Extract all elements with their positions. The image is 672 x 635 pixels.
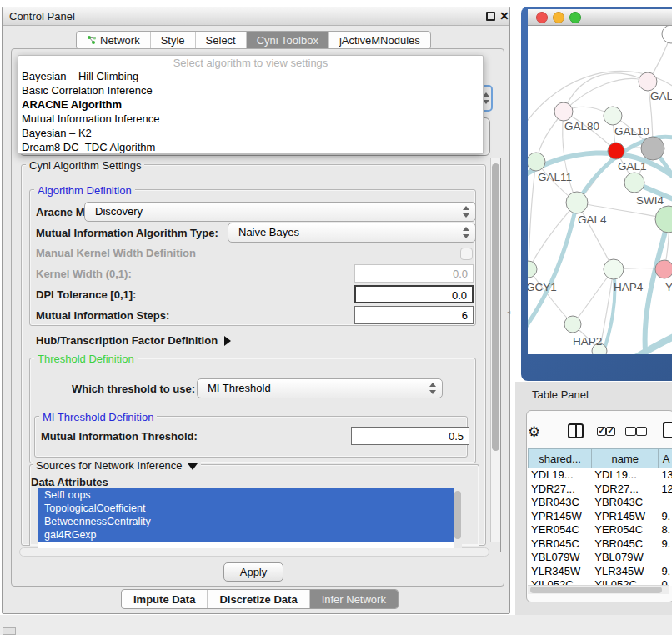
- combo-arrows-icon: [429, 382, 436, 394]
- manual-kernel-label: Manual Kernel Width Definition: [36, 247, 196, 259]
- algorithm-option[interactable]: Dream8 DC_TDC Algorithm: [18, 140, 483, 154]
- tab-select[interactable]: Select: [196, 32, 247, 49]
- kernel-width-label: Kernel Width (0,1):: [36, 268, 132, 280]
- node-swi4[interactable]: [624, 172, 644, 192]
- algorithm-option[interactable]: Mutual Information Inference: [18, 112, 483, 126]
- node-attribute-table: shared... name A: [528, 448, 672, 468]
- table-row[interactable]: YBL079WYBL079W: [528, 551, 672, 565]
- attribute-item[interactable]: BetweennessCentrality: [38, 515, 462, 528]
- dpi-tolerance-field[interactable]: 0.0: [354, 285, 474, 303]
- desktop-background: [0, 615, 672, 635]
- apply-button[interactable]: Apply: [223, 562, 283, 582]
- table-row[interactable]: YER054CYER054C8.: [528, 523, 672, 538]
- node[interactable]: [662, 26, 672, 43]
- select-all-icon[interactable]: [597, 426, 615, 438]
- float-window-icon[interactable]: [486, 12, 495, 21]
- combo-arrows-icon: [462, 206, 469, 218]
- manual-kernel-checkbox[interactable]: [460, 248, 473, 260]
- network-window-titlebar[interactable]: [528, 9, 672, 26]
- tab-network[interactable]: Network: [77, 32, 151, 49]
- node-label: GAL1: [618, 160, 647, 172]
- group-title: MI Threshold Definition: [39, 411, 157, 423]
- table-row[interactable]: YDR27...YDR27...12: [528, 482, 672, 497]
- close-icon[interactable]: ✕: [499, 9, 509, 22]
- tab-cyni-toolbox[interactable]: Cyni Toolbox: [247, 32, 329, 49]
- algorithm-option[interactable]: Basic Correlation Inference: [18, 83, 483, 98]
- network-canvas[interactable]: GAL GAL80 GAL10 GAL1 GAL11 SWI4 GAL4 GCY…: [528, 26, 672, 354]
- table-row[interactable]: YPR145WYPR145W9.: [528, 510, 672, 524]
- split-columns-icon[interactable]: [568, 423, 584, 438]
- node-gal4[interactable]: [566, 192, 588, 213]
- close-button[interactable]: [537, 12, 548, 23]
- tab-discretize-data[interactable]: Discretize Data: [208, 590, 309, 608]
- attribute-item[interactable]: TopologicalCoefficient: [38, 502, 462, 515]
- node-label: GAL: [650, 90, 672, 102]
- node-hap2[interactable]: [564, 316, 581, 332]
- node-pink[interactable]: [655, 260, 672, 278]
- dpi-tolerance-label: DPI Tolerance [0,1]:: [36, 288, 136, 301]
- sources-collapser[interactable]: Sources for Network Inference: [33, 459, 201, 472]
- table-icon-partial[interactable]: [663, 422, 672, 438]
- node-green-large[interactable]: [655, 206, 672, 232]
- node-gal[interactable]: [639, 72, 657, 91]
- table-row[interactable]: YLR345WYLR345W9.: [528, 565, 672, 579]
- kernel-width-field[interactable]: 0.0: [354, 264, 474, 282]
- combo-arrows-icon: [462, 227, 469, 238]
- column-header-shared-name[interactable]: shared...: [528, 448, 591, 468]
- tab-infer-network[interactable]: Infer Network: [310, 590, 398, 608]
- table-row[interactable]: YBR045CYBR045C9.: [528, 538, 672, 552]
- panel-divider-grip[interactable]: ◂: [507, 309, 512, 316]
- mi-type-label: Mutual Information Algorithm Type:: [36, 227, 218, 239]
- node-label: GAL4: [578, 213, 607, 226]
- node-gcy1[interactable]: [528, 261, 537, 278]
- attribute-item[interactable]: gal4RGexp: [38, 528, 462, 542]
- table-row[interactable]: YDL19...YDL19...13: [528, 468, 672, 482]
- aracne-mode-combobox[interactable]: Discovery: [84, 202, 476, 222]
- hub-definition-expander[interactable]: Hub/Transcription Factor Definition: [36, 334, 231, 347]
- node-gal1-red[interactable]: [608, 142, 624, 159]
- table-horizontal-scrollbar-thumb[interactable]: [530, 587, 662, 593]
- node-gal80[interactable]: [554, 102, 573, 121]
- list-scrollbar-thumb[interactable]: [454, 491, 461, 539]
- table-body: YDL19...YDL19...13 YDR27...YDR27...12 YB…: [528, 468, 672, 586]
- node-label: SWI4: [636, 194, 664, 207]
- vertical-scrollbar-thumb[interactable]: [492, 163, 499, 451]
- node-label: GAL11: [538, 171, 572, 183]
- algorithm-dropdown-list: Select algorithm to view settings Bayesi…: [18, 55, 484, 154]
- node-hap4[interactable]: [604, 259, 624, 279]
- column-header-partial[interactable]: A: [658, 448, 672, 468]
- column-header-name[interactable]: name: [591, 448, 658, 468]
- tab-jactivemnodules[interactable]: jActiveMNodules: [329, 32, 430, 49]
- corner-grip-icon: [3, 628, 16, 635]
- node-gal11[interactable]: [528, 152, 545, 171]
- table-row[interactable]: YBR043CYBR043C: [528, 496, 672, 510]
- node-label: GAL80: [564, 120, 599, 132]
- node-label: GAL10: [614, 125, 649, 138]
- which-threshold-combobox[interactable]: MI Threshold: [197, 378, 443, 398]
- minimize-button[interactable]: [554, 12, 564, 23]
- tab-impute-data[interactable]: Impute Data: [122, 590, 208, 608]
- horizontal-scrollbar[interactable]: [19, 548, 489, 557]
- node-gray[interactable]: [641, 137, 664, 160]
- traffic-lights: [528, 9, 586, 26]
- zoom-button[interactable]: [570, 12, 581, 23]
- select-none-icon[interactable]: [625, 426, 647, 438]
- algorithm-option[interactable]: Bayesian – Hill Climbing: [18, 69, 483, 83]
- mi-type-combobox[interactable]: Naive Bayes: [228, 222, 476, 242]
- network-edges-thick: [528, 137, 672, 354]
- collapse-down-icon: [188, 463, 198, 470]
- algorithm-option-selected[interactable]: ARACNE Algorithm: [18, 98, 483, 112]
- attribute-item[interactable]: SelfLoops: [38, 488, 462, 502]
- mi-threshold-field[interactable]: 0.5: [351, 427, 469, 445]
- algorithm-option[interactable]: Bayesian – K2: [18, 126, 483, 140]
- tab-style[interactable]: Style: [151, 32, 196, 49]
- group-title: Algorithm Definition: [34, 184, 135, 197]
- group-title: Threshold Definition: [34, 352, 138, 365]
- mi-steps-field[interactable]: 6: [354, 306, 474, 324]
- network-node-labels: GAL GAL80 GAL10 GAL1 GAL11 SWI4 GAL4 GCY…: [528, 90, 672, 348]
- table-header-row: shared... name A: [528, 448, 672, 468]
- node-gal10[interactable]: [604, 107, 622, 125]
- settings-gear-icon[interactable]: ⚙: [528, 423, 540, 441]
- expand-right-icon: [224, 336, 231, 346]
- control-panel-titlebar: Control Panel ✕: [3, 8, 509, 26]
